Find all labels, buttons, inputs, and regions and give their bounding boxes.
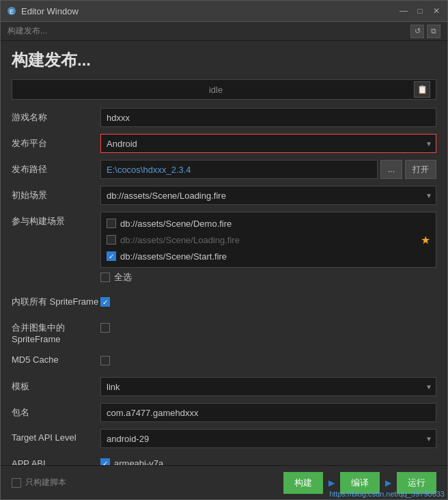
package-name-label: 包名 [12,403,100,419]
close-button[interactable]: ✕ [431,5,442,16]
template-label: 模板 [12,377,100,393]
abi-label-0: armeabi-v7a [114,458,163,466]
page-title: 构建发布... [12,49,436,71]
app-abi-control: armeabi-v7a arm64-v8a x86 [100,455,436,465]
scene-row-0: db://assets/Scene/Demo.fire [107,215,430,232]
inline-sprite-row: 内联所有 SpriteFrame [12,292,436,311]
detach-button[interactable]: ⧉ [427,25,440,38]
participate-scenes-label: 参与构建场景 [12,212,100,227]
merge-atlas-check [100,318,436,337]
inline-sprite-checkbox[interactable] [100,297,110,307]
build-path-row: 发布路径 ... 打开 [12,160,436,179]
build-path-label: 发布路径 [12,160,100,176]
refresh-button[interactable]: ↺ [410,25,424,38]
platform-select[interactable]: Android iOS Web Mobile [100,134,436,153]
game-name-label: 游戏名称 [12,108,100,124]
status-bar: idle 📋 [12,79,436,100]
compile-to-run-arrow: ▶ [385,478,391,488]
build-path-dots-button[interactable]: ... [380,160,402,179]
scene-row-2: db://assets/Scene/Start.fire [107,248,430,264]
app-abi-row: APP ABI armeabi-v7a arm64-v8a x86 [12,455,436,465]
init-scene-row: 初始场景 db://assets/Scene/Loading.fire ▼ [12,186,436,205]
target-api-control: android-29 android-28 android-27 ▼ [100,429,436,448]
title-bar: E Editor Window — □ ✕ [1,1,447,22]
breadcrumb-bar: 构建发布... ↺ ⧉ [1,22,447,41]
target-api-row: Target API Level android-29 android-28 a… [12,429,436,448]
status-text: idle [18,85,414,95]
target-api-label: Target API Level [12,429,100,443]
scene-checkbox-2[interactable] [107,251,116,261]
minimize-button[interactable]: — [398,5,409,16]
md5-cache-check [100,351,436,370]
init-scene-control: db://assets/Scene/Loading.fire ▼ [100,186,436,205]
init-scene-select[interactable]: db://assets/Scene/Loading.fire [100,186,436,205]
inline-sprite-check [100,292,436,311]
restore-button[interactable]: □ [415,5,425,16]
target-api-select[interactable]: android-29 android-28 android-27 [100,429,436,448]
template-select-wrapper: link default ▼ [100,377,436,396]
window-controls: — □ ✕ [398,5,442,16]
scene-row-1: db://assets/Scene/Loading.fire ★ [107,232,430,248]
merge-atlas-control [100,318,436,337]
only-build-script-label: 只构建脚本 [25,477,66,488]
platform-label: 发布平台 [12,134,100,150]
breadcrumb: 构建发布... [8,25,47,37]
select-all-row: 全选 [100,269,436,286]
only-build-script-checkbox[interactable] [12,478,21,488]
content-area: 游戏名称 发布平台 Android iOS Web Mobile ▼ [1,105,447,465]
package-name-input[interactable] [100,403,436,422]
merge-atlas-row: 合并图集中的 SpriteFrame [12,318,436,344]
participate-scenes-row: 参与构建场景 db://assets/Scene/Demo.fire db://… [12,212,436,286]
md5-cache-checkbox[interactable] [100,356,110,365]
star-icon: ★ [421,234,430,247]
scene-checkbox-0[interactable] [107,219,116,228]
abi-row-0: armeabi-v7a [100,455,436,465]
game-name-control [100,108,436,127]
scenes-list: db://assets/Scene/Demo.fire db://assets/… [100,212,436,268]
page-title-area: 构建发布... [1,41,447,77]
template-control: link default ▼ [100,377,436,396]
scene-label-0: db://assets/Scene/Demo.fire [120,219,232,229]
md5-cache-row: MD5 Cache [12,351,436,370]
participate-scenes-control: db://assets/Scene/Demo.fire db://assets/… [100,212,436,286]
abi-checkbox-0[interactable] [100,458,110,465]
select-all-label: 全选 [114,271,132,283]
scene-checkbox-1[interactable] [107,235,116,245]
platform-row: 发布平台 Android iOS Web Mobile ▼ [12,134,436,153]
build-path-control: ... 打开 [100,160,436,179]
target-api-select-wrapper: android-29 android-28 android-27 ▼ [100,429,436,448]
app-abi-label: APP ABI [12,455,100,465]
md5-cache-label: MD5 Cache [12,351,100,365]
svg-text:E: E [10,8,14,15]
package-name-row: 包名 [12,403,436,422]
merge-atlas-label: 合并图集中的 SpriteFrame [12,318,100,344]
window-title: Editor Window [21,6,398,16]
inline-sprite-label: 内联所有 SpriteFrame [12,292,100,308]
editor-window: E Editor Window — □ ✕ 构建发布... ↺ ⧉ 构建发布..… [0,0,448,500]
md5-cache-control [100,351,436,370]
only-build-script-area: 只构建脚本 [12,477,66,488]
build-path-row-inner: ... 打开 [100,160,436,179]
log-icon[interactable]: 📋 [414,81,430,98]
platform-control: Android iOS Web Mobile ▼ [100,134,436,153]
init-scene-select-wrapper: db://assets/Scene/Loading.fire ▼ [100,186,436,205]
inline-sprite-control [100,292,436,311]
template-row: 模板 link default ▼ [12,377,436,396]
game-name-input[interactable] [100,108,436,127]
app-icon: E [6,5,17,16]
init-scene-label: 初始场景 [12,186,100,202]
game-name-row: 游戏名称 [12,108,436,127]
breadcrumb-actions: ↺ ⧉ [410,25,440,38]
select-all-checkbox[interactable] [100,273,110,282]
scene-label-1: db://assets/Scene/Loading.fire [120,235,240,245]
scene-label-2: db://assets/Scene/Start.fire [120,251,227,262]
watermark: https://blog.csdn.net/qq_39790633 [329,490,445,498]
platform-select-wrapper: Android iOS Web Mobile ▼ [100,134,436,153]
package-name-control [100,403,436,422]
build-path-input[interactable] [100,160,378,179]
merge-atlas-checkbox[interactable] [100,323,110,333]
build-to-compile-arrow: ▶ [328,478,335,488]
build-path-open-button[interactable]: 打开 [405,160,436,179]
template-select[interactable]: link default [100,377,436,396]
build-button[interactable]: 构建 [283,472,323,494]
